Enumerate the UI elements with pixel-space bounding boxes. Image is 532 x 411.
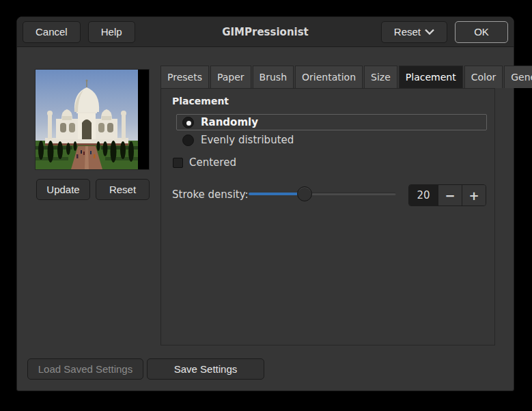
tab-placement[interactable]: Placement	[399, 66, 463, 88]
stroke-density-increment-button[interactable]: +	[462, 185, 486, 206]
stroke-density-row: Stroke density: 20 − +	[161, 182, 494, 206]
chevron-down-icon	[425, 29, 434, 35]
tab-presets[interactable]: Presets	[160, 66, 209, 88]
dialog-header: Cancel Help GIMPressionist Reset OK	[17, 17, 514, 47]
tab-orientation[interactable]: Orientation	[295, 66, 363, 88]
stroke-density-decrement-button[interactable]: −	[438, 185, 462, 206]
radio-evenly-distributed[interactable]: Evenly distributed	[176, 132, 487, 148]
stroke-density-slider-fill	[249, 193, 305, 195]
load-saved-settings-button[interactable]: Load Saved Settings	[27, 358, 143, 380]
panel-heading: Placement	[172, 96, 229, 107]
gimpressionist-dialog: Cancel Help GIMPressionist Reset OK	[16, 16, 514, 391]
save-settings-button[interactable]: Save Settings	[147, 358, 264, 380]
settings-notebook: Presets Paper Brush Orientation Size Pla…	[160, 66, 495, 345]
radio-randomly[interactable]: Randomly	[176, 114, 487, 130]
stroke-density-label: Stroke density:	[172, 188, 249, 201]
radio-randomly-label: Randomly	[201, 116, 258, 128]
radio-button-icon	[182, 134, 194, 146]
tab-color[interactable]: Color	[464, 66, 503, 88]
centered-checkbox[interactable]: Centered	[173, 156, 236, 169]
update-button[interactable]: Update	[36, 179, 90, 200]
tab-general[interactable]: General	[504, 66, 532, 88]
taj-mahal-photo	[36, 70, 138, 169]
stroke-density-slider-handle[interactable]	[297, 186, 312, 201]
tab-paper[interactable]: Paper	[210, 66, 251, 88]
centered-label: Centered	[189, 156, 236, 169]
tab-brush[interactable]: Brush	[253, 66, 294, 88]
tab-size[interactable]: Size	[364, 66, 397, 88]
reset-dropdown-button[interactable]: Reset	[381, 21, 447, 43]
placement-panel: Placement Randomly Evenly distributed Ce…	[160, 88, 495, 345]
tab-bar: Presets Paper Brush Orientation Size Pla…	[160, 66, 495, 88]
stroke-density-value[interactable]: 20	[409, 185, 438, 206]
preview-reset-button[interactable]: Reset	[96, 179, 150, 200]
help-button[interactable]: Help	[88, 21, 135, 43]
checkbox-icon	[173, 158, 183, 168]
stroke-density-slider[interactable]	[249, 182, 396, 206]
preview-image	[35, 69, 150, 170]
ok-button[interactable]: OK	[455, 21, 508, 43]
radio-button-icon	[182, 117, 194, 128]
stroke-density-spinbox: 20 − +	[408, 184, 486, 206]
radio-evenly-label: Evenly distributed	[201, 134, 294, 146]
reset-dropdown-label: Reset	[394, 26, 421, 38]
cancel-button[interactable]: Cancel	[23, 21, 81, 43]
